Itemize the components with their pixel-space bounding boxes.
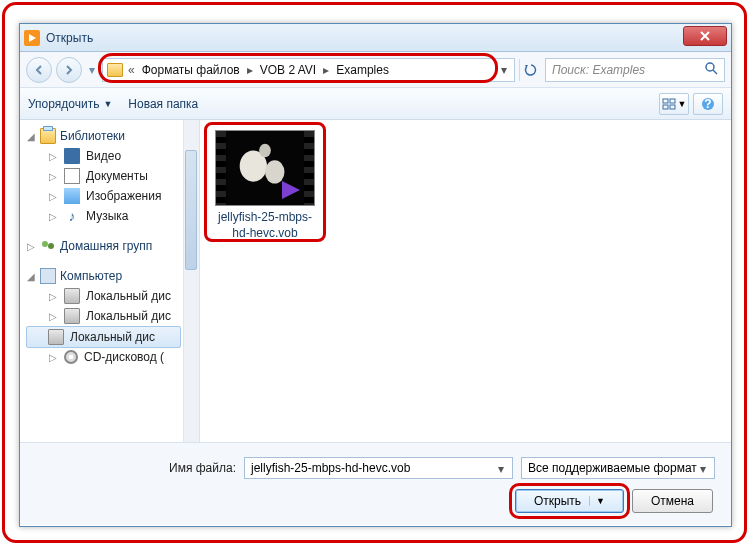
sidebar-item-disk[interactable]: ▷ Локальный дис: [26, 286, 199, 306]
breadcrumb-seg-1[interactable]: Форматы файлов: [140, 63, 242, 77]
breadcrumb-root[interactable]: «: [125, 63, 138, 77]
filename-label: Имя файла:: [36, 461, 236, 475]
video-thumbnail: [215, 130, 315, 206]
expand-icon: ▷: [48, 291, 58, 302]
chevron-down-icon[interactable]: ▾: [493, 461, 509, 477]
chevron-down-icon[interactable]: ▼: [589, 496, 605, 506]
thumbnails-icon: [662, 98, 676, 110]
cancel-button[interactable]: Отмена: [632, 489, 713, 513]
app-icon: [24, 30, 40, 46]
sidebar-computer[interactable]: ◢ Компьютер: [26, 266, 199, 286]
expand-icon: ▷: [26, 241, 36, 252]
filename-input[interactable]: jellyfish-25-mbps-hd-hevc.vob ▾: [244, 457, 513, 479]
sidebar: ◢ Библиотеки ▷ Видео ▷ Документы ▷: [20, 120, 200, 442]
images-icon: [64, 188, 80, 204]
address-bar[interactable]: « Форматы файлов ▸ VOB 2 AVI ▸ Examples …: [102, 58, 515, 82]
expand-icon: ▷: [48, 191, 58, 202]
open-button[interactable]: Открыть ▼: [515, 489, 624, 513]
svg-rect-7: [670, 105, 675, 109]
sidebar-item-disk[interactable]: Локальный дис: [26, 326, 181, 348]
open-file-dialog: Открыть ▾ « Форматы файлов ▸ VOB 2 AVI ▸…: [19, 23, 732, 527]
sidebar-libraries[interactable]: ◢ Библиотеки: [26, 126, 199, 146]
svg-rect-4: [663, 99, 668, 103]
svg-point-10: [42, 241, 48, 247]
chevron-right-icon: ▸: [320, 63, 332, 77]
sidebar-item-documents[interactable]: ▷ Документы: [26, 166, 199, 186]
chevron-right-icon: ▸: [244, 63, 256, 77]
filetype-value: Все поддерживаемые формат: [528, 461, 697, 475]
breadcrumb-seg-2[interactable]: VOB 2 AVI: [258, 63, 318, 77]
svg-rect-6: [663, 105, 668, 109]
help-button[interactable]: ?: [693, 93, 723, 115]
file-item[interactable]: jellyfish-25-mbps-hd-hevc.vob: [210, 130, 320, 241]
music-icon: ♪: [64, 208, 80, 224]
new-folder-button[interactable]: Новая папка: [128, 97, 198, 111]
expand-icon: ◢: [26, 131, 36, 142]
svg-text:?: ?: [704, 97, 711, 111]
cd-icon: [64, 350, 78, 364]
svg-rect-5: [670, 99, 675, 103]
nav-bar: ▾ « Форматы файлов ▸ VOB 2 AVI ▸ Example…: [20, 52, 731, 88]
disk-icon: [64, 288, 80, 304]
documents-icon: [64, 168, 80, 184]
expand-icon: ▷: [48, 352, 58, 363]
svg-point-2: [706, 63, 714, 71]
titlebar: Открыть: [20, 24, 731, 52]
chevron-down-icon[interactable]: ▾: [695, 461, 711, 477]
disk-icon: [48, 329, 64, 345]
search-placeholder: Поиск: Examples: [552, 63, 645, 77]
sidebar-homegroup[interactable]: ▷ Домашняя групп: [26, 236, 199, 256]
nav-back-button[interactable]: [26, 57, 52, 83]
help-icon: ?: [701, 97, 715, 111]
filename-value: jellyfish-25-mbps-hd-hevc.vob: [251, 461, 410, 475]
organize-menu[interactable]: Упорядочить ▼: [28, 97, 112, 111]
disk-icon: [64, 308, 80, 324]
homegroup-icon: [40, 238, 56, 254]
close-button[interactable]: [683, 26, 727, 46]
chevron-down-icon: ▼: [103, 99, 112, 109]
file-name-label: jellyfish-25-mbps-hd-hevc.vob: [210, 210, 320, 241]
breadcrumb-seg-3[interactable]: Examples: [334, 63, 391, 77]
bottom-panel: Имя файла: jellyfish-25-mbps-hd-hevc.vob…: [20, 442, 731, 525]
nav-forward-button[interactable]: [56, 57, 82, 83]
svg-point-14: [265, 160, 284, 183]
sidebar-item-disk[interactable]: ▷ Локальный дис: [26, 306, 199, 326]
expand-icon: ▷: [48, 151, 58, 162]
close-icon: [700, 31, 710, 41]
sidebar-item-music[interactable]: ▷ ♪ Музыка: [26, 206, 199, 226]
video-icon: [64, 148, 80, 164]
expand-icon: ▷: [48, 171, 58, 182]
toolbar: Упорядочить ▼ Новая папка ▼ ?: [20, 88, 731, 120]
file-list[interactable]: jellyfish-25-mbps-hd-hevc.vob: [200, 120, 731, 442]
search-icon: [704, 61, 718, 78]
libraries-icon: [40, 128, 56, 144]
arrow-left-icon: [33, 64, 45, 76]
arrow-right-icon: [63, 64, 75, 76]
svg-line-3: [713, 70, 717, 74]
svg-point-15: [259, 144, 271, 158]
svg-marker-0: [29, 34, 36, 42]
nav-history-dropdown[interactable]: ▾: [86, 57, 98, 83]
refresh-icon: [524, 63, 538, 77]
svg-point-11: [48, 243, 54, 249]
window-title: Открыть: [46, 31, 93, 45]
chevron-down-icon[interactable]: ▾: [498, 63, 510, 77]
scrollbar-thumb[interactable]: [185, 150, 197, 270]
computer-icon: [40, 268, 56, 284]
filetype-filter[interactable]: Все поддерживаемые формат ▾: [521, 457, 715, 479]
expand-icon: ◢: [26, 271, 36, 282]
expand-icon: ▷: [48, 311, 58, 322]
sidebar-scrollbar[interactable]: [183, 120, 199, 442]
sidebar-item-cd[interactable]: ▷ CD-дисковод (: [26, 348, 199, 366]
sidebar-item-video[interactable]: ▷ Видео: [26, 146, 199, 166]
view-mode-button[interactable]: ▼: [659, 93, 689, 115]
refresh-button[interactable]: [519, 59, 541, 81]
chevron-down-icon: ▼: [678, 99, 687, 109]
search-input[interactable]: Поиск: Examples: [545, 58, 725, 82]
folder-icon: [107, 63, 123, 77]
expand-icon: ▷: [48, 211, 58, 222]
sidebar-item-images[interactable]: ▷ Изображения: [26, 186, 199, 206]
